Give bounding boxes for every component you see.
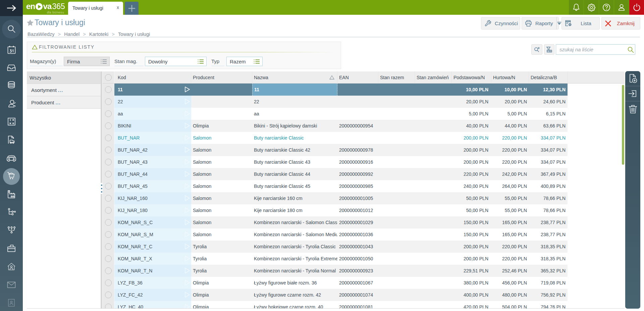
tree-item-producent[interactable]: Producent ...	[27, 96, 101, 109]
cell-stan-razem[interactable]	[378, 156, 415, 168]
row-radio[interactable]	[103, 228, 114, 241]
cell-stan-zamowien[interactable]	[415, 168, 452, 180]
cell-hurtowa[interactable]: 165,00 PLN	[491, 216, 529, 228]
cell-ean[interactable]: 2000000000923	[337, 265, 378, 277]
cell-podstawowa[interactable]: 20,00 PLN	[452, 96, 491, 108]
row-radio[interactable]	[103, 289, 114, 301]
cell-stan-zamowien[interactable]	[415, 108, 452, 120]
row-radio[interactable]	[103, 180, 114, 192]
new-record-button[interactable]	[625, 71, 640, 86]
cell-detaliczna[interactable]: 318,35 PLN	[529, 241, 568, 253]
sidebar-item-calculator[interactable]	[0, 117, 23, 126]
table-row[interactable]: LYZ_FC_42 Olimpia Łyżwy figurowe czarne …	[103, 289, 625, 301]
tab-towary-i-uslugi[interactable]: Towary i usługi x	[68, 2, 123, 15]
cell-detaliczna[interactable]: 318,35 PLN	[529, 253, 568, 265]
cell-nazwa[interactable]: Buty narciarskie Classic 43	[252, 156, 337, 168]
cell-hurtowa[interactable]: 220,00 PLN	[491, 132, 529, 144]
row-play-icon[interactable]	[184, 122, 190, 129]
table-row[interactable]: KOM_NAR_S_M Salomon Kombinezon narciarsk…	[103, 228, 625, 241]
cell-stan-zamowien[interactable]	[415, 192, 452, 204]
cell-detaliczna[interactable]: 400,89 PLN	[529, 180, 568, 192]
panel-splitter[interactable]	[101, 71, 102, 308]
cell-stan-zamowien[interactable]	[415, 156, 452, 168]
cell-stan-razem[interactable]	[378, 168, 415, 180]
row-radio[interactable]	[103, 216, 114, 228]
row-radio[interactable]	[103, 241, 114, 253]
cell-ean[interactable]: 2000000001029	[337, 216, 378, 228]
cell-hurtowa[interactable]: 55,00 PLN	[491, 192, 529, 204]
zamknij-button[interactable]: Zamknij	[601, 17, 640, 30]
cell-kod[interactable]: BUT_NAR_42	[114, 144, 191, 156]
notifications-button[interactable]	[569, 0, 584, 15]
cell-producent[interactable]: Salomon	[191, 144, 252, 156]
cell-nazwa[interactable]: Buty narciarskie Classic	[252, 132, 337, 144]
row-play-icon[interactable]	[184, 255, 190, 262]
cell-nazwa[interactable]: Łyżwy hokejowe czarne rozm. 40	[252, 301, 337, 308]
row-radio[interactable]	[103, 108, 114, 120]
cell-stan-razem[interactable]	[378, 96, 415, 108]
cell-hurtowa[interactable]: 55,00 PLN	[491, 204, 529, 216]
cell-detaliczna[interactable]: 367,49 PLN	[529, 168, 568, 180]
cell-hurtowa[interactable]: 10,00 PLN	[491, 84, 529, 96]
row-radio[interactable]	[103, 84, 114, 96]
cell-podstawowa[interactable]: 200,00 PLN	[452, 144, 491, 156]
cell-ean[interactable]	[337, 108, 378, 120]
table-row[interactable]: BUT_NAR_42 Salomon Buty narciarskie Clas…	[103, 144, 625, 156]
column-header-stan-zamowien[interactable]: Stan zamówień	[415, 71, 452, 84]
cell-stan-zamowien[interactable]	[415, 96, 452, 108]
row-play-icon[interactable]	[184, 304, 190, 308]
sidebar-item-search[interactable]	[0, 24, 23, 34]
cell-producent[interactable]: Tyrolia	[191, 253, 252, 265]
tree-item-ellipsis[interactable]: ...	[58, 87, 63, 93]
cell-ean[interactable]: 2000000001005	[337, 192, 378, 204]
cell-producent[interactable]: Salomon	[191, 204, 252, 216]
cell-producent[interactable]: Olimpia	[191, 120, 252, 132]
sidebar-item-mail[interactable]	[0, 281, 23, 289]
cell-podstawowa[interactable]: 220,00 PLN	[452, 168, 491, 180]
row-play-icon[interactable]	[184, 243, 190, 250]
cell-nazwa[interactable]: Kije narciarskie 180 cm	[252, 204, 337, 216]
cell-kod[interactable]: BUT_NAR_43	[114, 156, 191, 168]
cell-producent[interactable]: Salomon	[191, 132, 252, 144]
filter-columns-button[interactable]	[544, 44, 554, 55]
lista-button[interactable]: Lista	[561, 17, 600, 30]
table-scrollbar-thumb[interactable]	[622, 85, 624, 165]
cell-kod[interactable]: KOM_NAR_T_X	[114, 253, 191, 265]
cell-ean[interactable]: 2000000000916	[337, 156, 378, 168]
sidebar-item-trade[interactable]	[0, 171, 23, 181]
cell-kod[interactable]: BUT_NAR_44	[114, 168, 191, 180]
cell-ean[interactable]: 2000000000985	[337, 180, 378, 192]
raporty-button[interactable]: Raporty	[522, 17, 559, 30]
cell-stan-zamowien[interactable]	[415, 216, 452, 228]
cell-stan-zamowien[interactable]	[415, 228, 452, 241]
table-row[interactable]: BUT_NAR_43 Salomon Buty narciarskie Clas…	[103, 156, 625, 168]
cell-detaliczna[interactable]: 719,08 PLN	[529, 277, 568, 289]
table-row[interactable]: KOM_NAR_T_X Tyrolia Kombinezon narciarsk…	[103, 253, 625, 265]
cell-kod[interactable]: KOM_NAR_S_M	[114, 228, 191, 241]
cell-stan-razem[interactable]	[378, 108, 415, 120]
settings-button[interactable]	[584, 0, 599, 15]
cell-hurtowa[interactable]: 20,00 PLN	[491, 96, 529, 108]
cell-stan-zamowien[interactable]	[415, 289, 452, 301]
cell-podstawowa[interactable]: 150,00 PLN	[452, 216, 491, 228]
cell-detaliczna[interactable]: 78,66 PLN	[529, 204, 568, 216]
cell-stan-razem[interactable]	[378, 241, 415, 253]
table-row[interactable]: KOM_NAR_T_N Tyrolia Kombinezon narciarsk…	[103, 265, 625, 277]
sidebar-item-hr[interactable]	[0, 262, 23, 271]
cell-kod[interactable]: 22	[114, 96, 191, 108]
cell-stan-razem[interactable]	[378, 216, 415, 228]
cell-stan-razem[interactable]	[378, 84, 415, 96]
cell-hurtowa[interactable]: 220,00 PLN	[491, 253, 529, 265]
cell-hurtowa[interactable]: 220,00 PLN	[491, 156, 529, 168]
cell-nazwa[interactable]: 11	[252, 84, 337, 96]
column-header-detaliczna[interactable]: Detaliczna/B	[529, 71, 568, 84]
tree-item-ellipsis[interactable]: ...	[55, 100, 61, 105]
cell-nazwa[interactable]: aa	[252, 108, 337, 120]
table-row[interactable]: KIJ_NAR_180 Salomon Kije narciarskie 180…	[103, 204, 625, 216]
cell-hurtowa[interactable]: 504,00 PLN	[491, 301, 529, 308]
cell-stan-zamowien[interactable]	[415, 120, 452, 132]
cell-kod[interactable]: KIJ_NAR_160	[114, 192, 191, 204]
row-radio[interactable]	[103, 132, 114, 144]
cell-hurtowa[interactable]: 220,00 PLN	[491, 144, 529, 156]
cell-ean[interactable]: 2000000001074	[337, 289, 378, 301]
